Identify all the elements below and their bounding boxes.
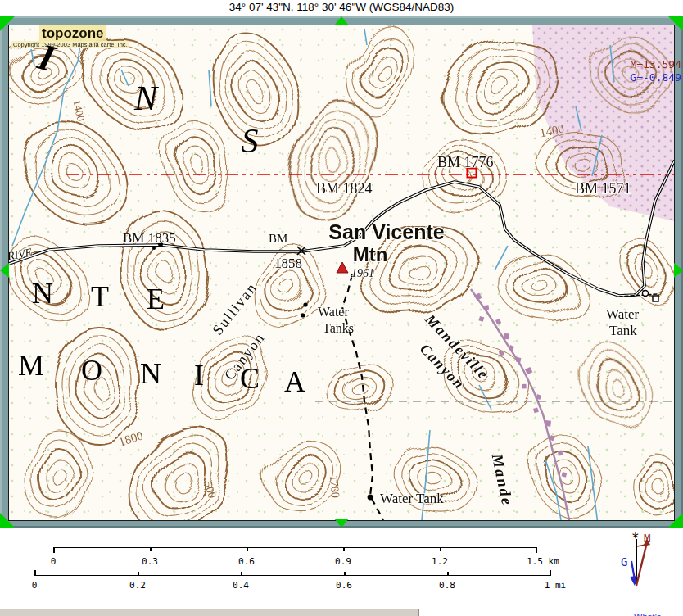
footer-divider-bar bbox=[0, 609, 419, 616]
pan-corner-bottom-right[interactable] bbox=[668, 513, 683, 528]
benchmark-label: BM bbox=[269, 232, 287, 246]
spot-elevation: 1961 bbox=[351, 267, 374, 280]
water-tanks-label: Tanks bbox=[323, 321, 354, 336]
water-tank-label: Water Tank bbox=[380, 491, 444, 507]
large-letter: N bbox=[134, 79, 157, 118]
scale-tick-label: 0.4 bbox=[215, 580, 267, 591]
large-letter: S bbox=[242, 121, 259, 161]
topo-map-graphics bbox=[9, 25, 674, 520]
scale-tick-label: 0.6 bbox=[318, 580, 370, 591]
pan-corner-top-left[interactable] bbox=[0, 16, 15, 31]
benchmark-elevation: 1858 bbox=[274, 256, 302, 272]
benchmark-label: BM 1776 bbox=[437, 154, 494, 171]
water-tanks-label: Water bbox=[318, 305, 349, 319]
scale-tick-label: 0 bbox=[8, 580, 61, 591]
benchmark-label: BM 1824 bbox=[316, 180, 373, 197]
large-letter: E bbox=[147, 282, 165, 316]
benchmark-label: BM 1571 bbox=[575, 180, 631, 197]
whats-this-link[interactable]: What's This? bbox=[634, 612, 681, 616]
large-letter: N bbox=[140, 356, 161, 391]
scale-tick-label: 0.2 bbox=[111, 580, 164, 591]
star-symbol: * bbox=[631, 530, 640, 546]
grid-declination-value: G=-0.849 bbox=[613, 71, 681, 84]
large-letter: N bbox=[32, 276, 53, 310]
scale-tick-label: 0 bbox=[27, 556, 79, 567]
pan-arrow-right[interactable] bbox=[674, 263, 683, 278]
pan-arrow-down[interactable] bbox=[334, 519, 349, 528]
scale-tick-label: 0.8 bbox=[421, 580, 473, 591]
large-letter: T bbox=[91, 279, 109, 314]
scale-tick-label: 1 mi bbox=[529, 580, 581, 591]
declination-diagram: * M G bbox=[609, 528, 683, 587]
lookout-triangle-symbol bbox=[337, 262, 348, 273]
scale-tick-label: 0.3 bbox=[124, 556, 176, 567]
coordinates-title: 34° 07' 43"N, 118° 30' 46"W (WGS84/NAD83… bbox=[0, 1, 683, 13]
scale-tick-label: 1.2 bbox=[414, 556, 466, 567]
scale-tick-label: 0.6 bbox=[220, 556, 273, 567]
water-tank-label: Water bbox=[606, 306, 639, 323]
streams-layer bbox=[12, 29, 614, 520]
peak-name: San Vicente bbox=[328, 220, 444, 244]
map-frame: topozone Copyright 1999-2003 Maps a la c… bbox=[0, 16, 683, 528]
water-tank-label: Tank bbox=[609, 323, 637, 339]
peak-name: Mtn bbox=[353, 243, 388, 266]
pan-corner-top-right[interactable] bbox=[668, 16, 683, 31]
topozone-map-page: 34° 07' 43"N, 118° 30' 46"W (WGS84/NAD83… bbox=[0, 0, 683, 616]
scale-tick-label: 1.5 km bbox=[517, 556, 569, 567]
scale-tick-label: 0.9 bbox=[317, 556, 369, 567]
large-letter: O bbox=[81, 353, 102, 387]
pan-corner-bottom-left[interactable] bbox=[0, 513, 15, 528]
large-letter: I bbox=[194, 358, 204, 392]
large-letter: M bbox=[18, 348, 44, 383]
magnetic-declination-value: M=13.594 bbox=[613, 58, 681, 70]
map-copyright: Copyright 1999-2003 Maps a la carte, Inc… bbox=[11, 41, 129, 48]
grid-north-label: G bbox=[621, 555, 627, 568]
contour-label: 1700 bbox=[327, 474, 342, 498]
pan-arrow-left[interactable] bbox=[0, 263, 9, 278]
map-canvas[interactable]: topozone Copyright 1999-2003 Maps a la c… bbox=[9, 25, 674, 520]
large-letter: A bbox=[284, 365, 305, 399]
pan-arrow-up[interactable] bbox=[334, 16, 349, 25]
benchmark-label: BM 1835 bbox=[123, 230, 176, 247]
